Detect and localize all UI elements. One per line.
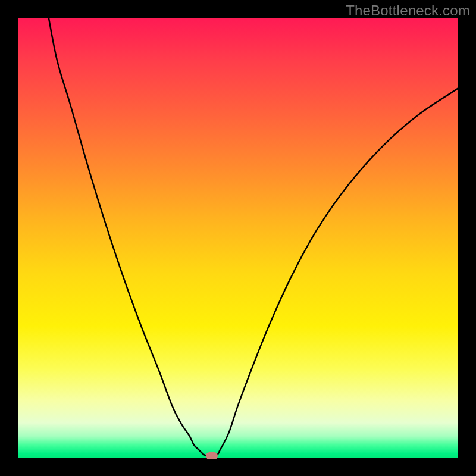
watermark-text: TheBottleneck.com [346,2,470,19]
outer-frame: TheBottleneck.com [0,0,476,476]
optimal-marker [206,452,218,459]
bottleneck-curve [18,18,458,458]
